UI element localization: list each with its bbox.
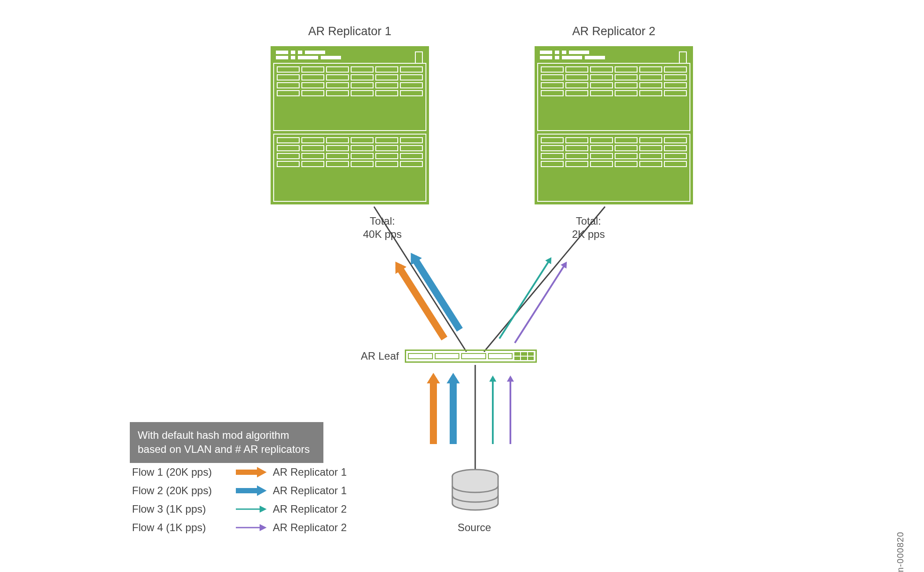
legend-flow3-arrow-icon (235, 504, 267, 514)
legend-flow4-text: Flow 4 (1K pps) (132, 521, 229, 534)
replicator-1-title: AR Replicator 1 (271, 24, 429, 39)
legend-rows: Flow 1 (20K pps) AR Replicator 1 Flow 2 … (132, 466, 361, 534)
legend-flow2-dest: AR Replicator 1 (273, 485, 361, 497)
legend-flow4-arrow-icon (235, 522, 267, 533)
legend-header: With default hash mod algorithm based on… (130, 422, 323, 463)
legend-row-flow3: Flow 3 (1K pps) AR Replicator 2 (132, 503, 361, 515)
legend-flow3-text: Flow 3 (1K pps) (132, 503, 229, 515)
figure-id: jn-000820 (895, 532, 906, 572)
ar-leaf-icon (405, 350, 537, 363)
legend-flow1-dest: AR Replicator 1 (273, 466, 361, 478)
legend-flow1-arrow-icon (235, 467, 267, 477)
legend-row-flow2: Flow 2 (20K pps) AR Replicator 1 (132, 485, 361, 497)
replicator-2-total: Total: 2K pps (572, 215, 605, 241)
replicator-2-title: AR Replicator 2 (535, 24, 693, 39)
legend-flow3-dest: AR Replicator 2 (273, 503, 361, 515)
legend-flow1-text: Flow 1 (20K pps) (132, 466, 229, 478)
replicator-2-icon (535, 46, 693, 204)
ar-leaf-label: AR Leaf (361, 350, 399, 363)
legend-row-flow4: Flow 4 (1K pps) AR Replicator 2 (132, 521, 361, 534)
legend-row-flow1: Flow 1 (20K pps) AR Replicator 1 (132, 466, 361, 478)
replicator-1-icon (271, 46, 429, 204)
legend-flow4-dest: AR Replicator 2 (273, 521, 361, 534)
replicator-1-total: Total: 40K pps (363, 215, 402, 241)
legend-flow2-text: Flow 2 (20K pps) (132, 485, 229, 497)
flow1-leaf-rep1 (398, 266, 444, 339)
flow2-leaf-rep1 (414, 257, 460, 330)
legend-flow2-arrow-icon (235, 485, 267, 496)
source-label: Source (458, 521, 491, 534)
source-db-icon (449, 468, 502, 517)
